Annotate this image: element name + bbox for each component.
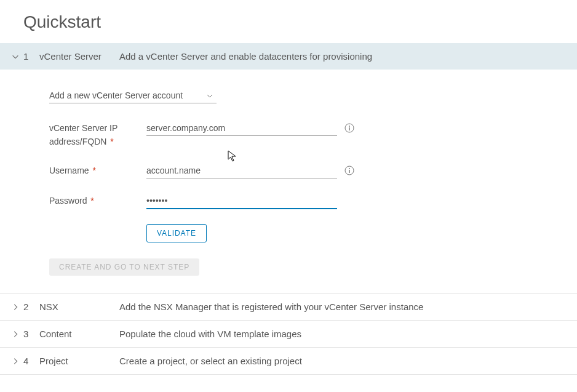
server-label: vCenter Server IP address/FQDN * (49, 121, 146, 148)
step-body-vcenter: Add a new vCenter Server account vCenter… (0, 70, 577, 294)
step-label: vCenter Server (39, 51, 113, 62)
step-number: 3 (23, 329, 36, 339)
chevron-right-icon (11, 330, 20, 338)
step-number: 2 (23, 302, 36, 312)
step-desc: Create a project, or select an existing … (119, 356, 302, 366)
step-label: Project (39, 356, 113, 366)
password-label: Password * (49, 193, 146, 208)
account-select-value: Add a new vCenter Server account (49, 90, 183, 100)
chevron-down-icon (207, 93, 213, 99)
step-header-project[interactable]: 4 Project Create a project, or select an… (0, 348, 577, 375)
chevron-right-icon (11, 357, 20, 366)
svg-rect-2 (349, 127, 349, 130)
step-header-content[interactable]: 3 Content Populate the cloud with VM tem… (0, 321, 577, 348)
server-input[interactable] (146, 121, 337, 136)
username-input[interactable] (146, 163, 337, 178)
step-desc: Add a vCenter Server and enable datacent… (119, 51, 372, 62)
step-number: 4 (23, 356, 36, 366)
step-header-vcenter[interactable]: 1 vCenter Server Add a vCenter Server an… (0, 43, 577, 70)
validate-button[interactable]: VALIDATE (146, 224, 207, 242)
step-header-nsx[interactable]: 2 NSX Add the NSX Manager that is regist… (0, 294, 577, 321)
info-icon[interactable] (344, 166, 354, 175)
step-label: Content (39, 329, 113, 339)
svg-point-1 (349, 126, 350, 127)
svg-rect-5 (349, 170, 349, 173)
required-mark: * (90, 166, 96, 175)
info-icon[interactable] (344, 123, 354, 133)
required-mark: * (88, 196, 94, 206)
account-select[interactable]: Add a new vCenter Server account (49, 88, 217, 103)
step-desc: Add the NSX Manager that is registered w… (119, 302, 423, 312)
step-label: NSX (39, 302, 113, 312)
chevron-right-icon (11, 303, 20, 311)
svg-point-4 (349, 168, 350, 169)
chevron-down-icon (11, 52, 20, 61)
step-number: 1 (23, 51, 36, 62)
required-mark: * (108, 137, 113, 146)
password-input[interactable] (146, 193, 337, 209)
username-label: Username * (49, 163, 146, 178)
create-next-button: CREATE AND GO TO NEXT STEP (49, 258, 199, 276)
page-title: Quickstart (0, 0, 577, 43)
step-desc: Populate the cloud with VM template imag… (119, 329, 301, 339)
